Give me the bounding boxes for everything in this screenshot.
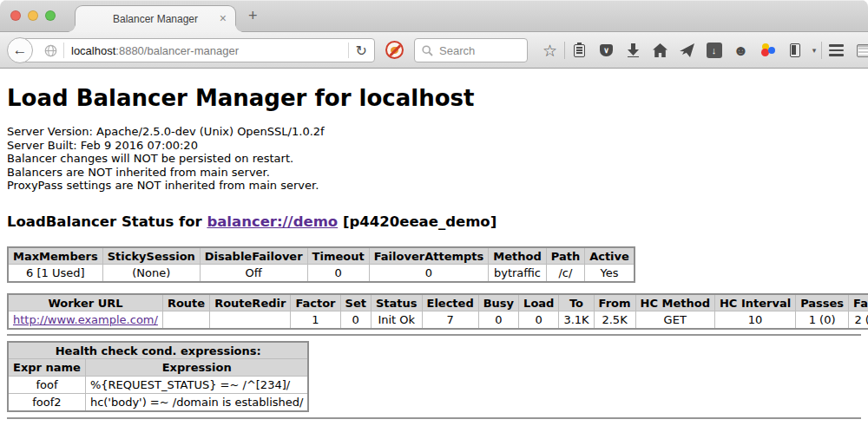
new-tab-button[interactable]: + <box>248 7 258 25</box>
heading-suffix: [p4420eeae_demo] <box>338 213 496 230</box>
table-header-cell: Passes <box>796 294 849 311</box>
table-header-cell: MaxMembers <box>8 247 102 265</box>
zoom-window-button[interactable] <box>45 10 56 21</box>
toolbar-icons: ☆ ∨ ↓ ☻ ▾ <box>536 38 868 62</box>
info-line: Server Built: Feb 9 2016 07:00:20 <box>7 139 861 153</box>
table-header-cell: Factor <box>291 294 340 311</box>
navigation-toolbar: ← localhost:8880/balancer-manager ↻ <box>0 32 868 69</box>
table-cell: 7 <box>422 311 478 329</box>
table-row: foof%{REQUEST_STATUS} =~ /^[234]/ <box>8 377 308 394</box>
bookmark-star-icon[interactable]: ☆ <box>536 43 563 59</box>
table-cell: foof2 <box>8 394 85 411</box>
table-header-cell: StickySession <box>102 247 200 265</box>
dropdown-caret-icon[interactable]: ▾ <box>808 46 820 55</box>
home-icon[interactable] <box>647 43 674 57</box>
table-cell: http://www.example.com/ <box>8 311 162 329</box>
url-bar[interactable]: localhost:8880/balancer-manager ↻ <box>21 38 375 62</box>
health-check-table: Health check cond. expressions:Expr name… <box>7 341 309 412</box>
container-icon[interactable] <box>781 43 808 57</box>
browser-window: Balancer Manager × + ← localhost:8880/ba… <box>0 0 868 426</box>
worker-status-table: Worker URLRouteRouteRedirFactorSetStatus… <box>7 293 868 330</box>
globe-icon <box>44 44 57 57</box>
table-cell: 0 <box>307 265 369 282</box>
info-line: ProxyPass settings are NOT inherited fro… <box>7 179 861 193</box>
table-header-cell: Method <box>489 247 546 265</box>
info-line: Balancer changes will NOT be persisted o… <box>7 152 861 166</box>
toolbar-divider <box>821 42 822 59</box>
table-header-cell: Timeout <box>307 247 369 265</box>
page-thumbnail-icon[interactable] <box>850 44 868 57</box>
table-cell: 2 (0) <box>849 311 868 329</box>
table-header-cell: Set <box>340 294 371 311</box>
browser-tab[interactable]: Balancer Manager × <box>75 5 236 32</box>
download-arrow-icon[interactable] <box>620 43 647 57</box>
table-header-cell: DisableFailover <box>200 247 307 265</box>
table-cell: hc('body') =~ /domain is established/ <box>85 394 308 411</box>
balancer-link[interactable]: balancer://demo <box>207 213 338 230</box>
table-cell: Init Ok <box>371 311 422 329</box>
table-cell: 10 <box>714 311 795 329</box>
table-row: 6 [1 Used](None)Off00bytraffic/c/Yes <box>8 265 635 282</box>
table-row: foof2hc('body') =~ /domain is establishe… <box>8 394 308 411</box>
reload-icon[interactable]: ↻ <box>349 43 374 59</box>
table-cell: 0 <box>478 311 518 329</box>
bottom-divider <box>7 417 861 419</box>
table-cell <box>162 311 209 329</box>
table-cell: (None) <box>102 265 200 282</box>
table-header-cell: Worker URL <box>8 294 162 311</box>
search-icon <box>422 45 433 56</box>
table-header-cell: Expr name <box>8 359 85 377</box>
table-cell: GET <box>635 311 714 329</box>
table-row: http://www.example.com/10Init Ok7003.1K2… <box>8 311 868 329</box>
page-content: Load Balancer Manager for localhost Serv… <box>0 84 868 419</box>
table-cell: Yes <box>585 265 635 282</box>
downloads-panel-icon[interactable]: ↓ <box>700 43 727 58</box>
table-header-cell: HC Method <box>635 294 714 311</box>
window-controls <box>10 10 56 21</box>
pocket-icon[interactable]: ∨ <box>593 44 620 56</box>
plugin-blocked-icon[interactable] <box>385 41 404 59</box>
table-header-cell: From <box>594 294 635 311</box>
balancer-section-heading: LoadBalancer Status for balancer://demo … <box>7 213 861 231</box>
section-divider <box>7 334 861 336</box>
search-placeholder: Search <box>439 44 475 57</box>
table-cell: bytraffic <box>489 265 546 282</box>
minimize-window-button[interactable] <box>28 10 38 21</box>
table-header-cell: Elected <box>422 294 478 311</box>
table-header-cell: Expression <box>85 359 308 377</box>
url-path: :8880/balancer-manager <box>115 44 239 57</box>
table-cell: 6 [1 Used] <box>8 265 102 282</box>
worker-url-link[interactable]: http://www.example.com/ <box>13 313 158 326</box>
close-tab-icon[interactable]: × <box>220 12 227 24</box>
balancer-status-table: MaxMembersStickySessionDisableFailoverTi… <box>7 246 635 283</box>
table-header-cell: FailoverAttempts <box>369 247 489 265</box>
table-cell <box>210 311 291 329</box>
table-cell: 1 <box>291 311 340 329</box>
table-header-cell: Status <box>371 294 422 311</box>
table-header-cell: RouteRedir <box>210 294 291 311</box>
back-button[interactable]: ← <box>7 37 33 63</box>
addon-colored-dots-icon[interactable] <box>754 43 781 57</box>
server-info: Server Version: Apache/2.5.0-dev (Unix) … <box>7 125 861 193</box>
table-header-cell: To <box>559 294 594 311</box>
table-cell: 2.5K <box>594 311 635 329</box>
toolbar-divider <box>564 42 565 59</box>
table-header-cell: Active <box>585 247 635 265</box>
page-title: Load Balancer Manager for localhost <box>7 84 861 112</box>
back-arrow-icon: ← <box>13 42 28 59</box>
search-input[interactable]: Search <box>414 38 528 62</box>
table-header-cell: Route <box>162 294 209 311</box>
table-header-cell: Busy <box>478 294 518 311</box>
url-divider <box>63 43 64 58</box>
table-title: Health check cond. expressions: <box>8 342 308 359</box>
send-tab-icon[interactable] <box>674 43 700 57</box>
info-line: Balancers are NOT inherited from main se… <box>7 166 861 180</box>
forum-smiley-icon[interactable]: ☻ <box>727 43 754 58</box>
table-cell: 0 <box>369 265 489 282</box>
table-header-cell: Load <box>519 294 559 311</box>
close-window-button[interactable] <box>10 10 21 21</box>
table-cell: 1 (0) <box>796 311 849 329</box>
table-cell: /c/ <box>546 265 584 282</box>
menu-hamburger-icon[interactable] <box>823 44 850 56</box>
reading-list-icon[interactable] <box>566 44 593 57</box>
